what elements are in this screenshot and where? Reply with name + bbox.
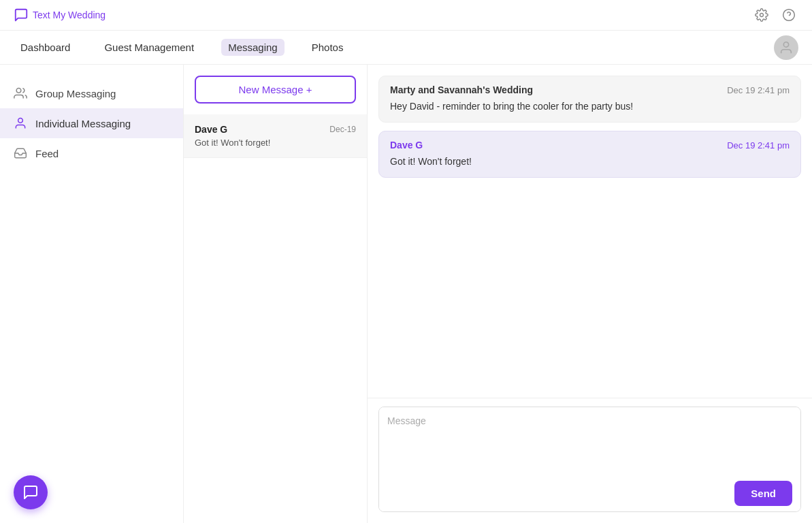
main-layout: Group Messaging Individual Messaging Fee… [0,65,812,523]
navbar: Dashboard Guest Management Messaging Pho… [0,31,812,65]
app-logo: Text My Wedding [14,7,105,22]
user-icon [779,40,794,55]
nav-guest-management[interactable]: Guest Management [97,39,201,56]
bubble-time-outgoing: Dec 19 2:41 pm [727,85,790,95]
topbar-icons [752,5,798,25]
message-input[interactable] [379,407,800,475]
nav-photos[interactable]: Photos [305,39,351,56]
nav-dashboard[interactable]: Dashboard [14,39,77,56]
new-message-button[interactable]: New Message + [195,76,356,104]
new-message-label: New Message + [239,84,312,95]
app-name: Text My Wedding [33,10,105,20]
inbox-icon [14,146,27,160]
svg-point-5 [18,118,23,123]
logo-icon [14,7,29,22]
chat-fab-icon [22,484,39,501]
user-avatar[interactable] [774,35,798,60]
chat-messages: Marty and Savannah's Wedding Dec 19 2:41… [368,65,812,398]
chat-input-area: Send [368,398,812,523]
sidebar-item-group-messaging[interactable]: Group Messaging [0,78,183,108]
conversation-item[interactable]: Dave G Dec-19 Got it! Won't forget! [184,114,367,158]
chat-area: Marty and Savannah's Wedding Dec 19 2:41… [368,65,812,523]
conv-date: Dec-19 [329,125,356,134]
conv-name: Dave G [195,124,227,135]
gear-icon [755,8,768,22]
message-bubble-outgoing: Marty and Savannah's Wedding Dec 19 2:41… [378,76,801,123]
chat-fab-button[interactable] [14,475,48,509]
topbar: Text My Wedding [0,0,812,31]
nav-links: Dashboard Guest Management Messaging Pho… [14,39,350,56]
sidebar-item-feed[interactable]: Feed [0,138,183,168]
svg-point-3 [783,42,788,46]
group-icon [14,86,27,100]
bubble-sender-incoming: Dave G [390,140,423,150]
chat-input-footer: Send [379,475,800,511]
help-button[interactable] [779,5,798,25]
bubble-header-outgoing: Marty and Savannah's Wedding Dec 19 2:41… [390,84,790,95]
message-bubble-incoming: Dave G Dec 19 2:41 pm Got it! Won't forg… [378,131,801,178]
conv-item-header: Dave G Dec-19 [195,124,356,135]
sidebar-item-individual-messaging-label: Individual Messaging [35,118,131,129]
question-icon [782,8,796,22]
sidebar: Group Messaging Individual Messaging Fee… [0,65,184,523]
bubble-time-incoming: Dec 19 2:41 pm [727,140,790,150]
sidebar-item-feed-label: Feed [35,148,59,159]
bubble-sender-outgoing: Marty and Savannah's Wedding [390,84,533,95]
nav-messaging[interactable]: Messaging [221,39,285,56]
svg-point-0 [760,14,764,17]
sidebar-item-group-messaging-label: Group Messaging [35,88,116,99]
sidebar-item-individual-messaging[interactable]: Individual Messaging [0,108,183,138]
svg-point-1 [783,10,795,21]
send-button[interactable]: Send [734,481,792,506]
settings-button[interactable] [752,5,771,25]
bubble-header-incoming: Dave G Dec 19 2:41 pm [390,140,790,150]
person-icon [14,116,27,130]
conversation-list: New Message + Dave G Dec-19 Got it! Won'… [184,65,368,523]
chat-input-container: Send [378,407,801,512]
svg-point-4 [16,89,21,93]
bubble-text-incoming: Got it! Won't forget! [390,155,790,169]
conv-preview: Got it! Won't forget! [195,138,356,148]
bubble-text-outgoing: Hey David - reminder to bring the cooler… [390,99,790,114]
